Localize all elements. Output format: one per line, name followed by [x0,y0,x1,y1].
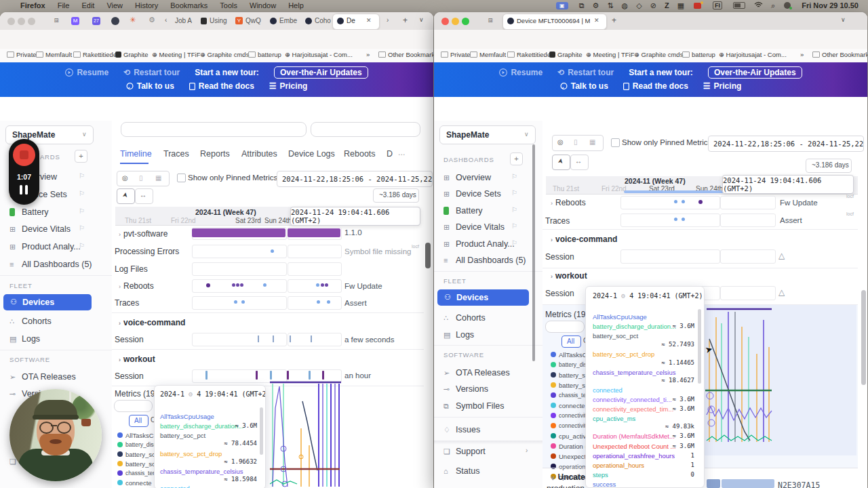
sidebar-item-logs[interactable]: Logs [456,330,474,340]
sidebar-item-devices[interactable]: ⚇ Devices [3,294,92,310]
pin-icon[interactable]: ⚐ [511,206,517,214]
show-pinned-label[interactable]: Show only Pinned Metrics [622,138,711,146]
browser-tab-2[interactable]: Using [210,17,227,24]
sidebar-item-device-vitals[interactable]: Device Vitals [456,222,505,232]
row-processing-errors[interactable]: Processing Errors [115,247,179,256]
trace-dot[interactable] [234,300,237,304]
window-scrollbar-thumb[interactable] [861,290,866,385]
row-session-voice[interactable]: Session [115,335,144,344]
plot-cell[interactable] [720,196,776,209]
bookmark-item[interactable]: Graphite [115,51,148,58]
active-tab-label[interactable]: De [347,17,355,24]
read-docs-link[interactable]: Read the docs [189,81,254,91]
plot-cell[interactable] [288,245,342,258]
maximize-window-button[interactable] [28,18,35,25]
session-bar[interactable] [287,371,289,380]
legend-item[interactable]: battery_sc [559,371,589,379]
scroll-tabs-left-icon[interactable]: ‹ [165,16,167,24]
sidebar-item-device-vitals[interactable]: Device Vitals [22,224,71,234]
bookmark-item[interactable]: Rakettitiede [73,51,117,58]
row-production[interactable]: production [547,484,585,488]
restart-tour-button[interactable]: ⟲Restart tour [123,68,180,77]
sidebar-scrollbar-thumb[interactable] [532,144,535,361]
talk-to-us-link[interactable]: Talk to us [126,81,174,91]
legend-item[interactable]: connecte [559,402,585,409]
date-range-input[interactable]: 2024-11-22,18:25:06 - 2024-11-25,22:5 [277,171,433,187]
active-tab-close-icon[interactable]: ✕ [366,17,372,24]
bookmark-item[interactable]: Other Bookmarks [378,51,433,58]
pin-icon[interactable]: ⚐ [511,239,517,247]
slash-icon[interactable]: ⊘ [650,1,656,10]
group-workout[interactable]: ›workout [119,354,155,364]
pin-icon[interactable]: ⚐ [79,224,85,232]
sidebar-item-support[interactable]: Support [456,447,486,456]
pinned-tab-gear-icon[interactable]: ⚙ [149,16,155,24]
browser-tab-3[interactable]: QwQ [245,17,261,24]
chevron-right-icon[interactable]: › [119,357,121,363]
reboot-dot[interactable] [240,283,243,287]
row-reboots[interactable]: ›Reboots [119,281,154,291]
sidebar-item-issues[interactable]: Issues [456,425,480,434]
legend-item[interactable]: connecte [125,479,152,487]
user-switch-icon[interactable] [784,2,791,9]
event-dot[interactable] [271,249,274,253]
tab-reboots[interactable]: Reboots [344,149,376,159]
zoom-app-icon[interactable]: Z [665,1,669,9]
sidebar-item-status[interactable]: Status [456,466,479,476]
session-bar[interactable] [205,371,208,380]
tab-device-logs[interactable]: Device Logs [288,149,335,159]
session-bar[interactable] [309,371,311,380]
bookmark-item[interactable]: batterup [248,51,281,58]
reboot-dot[interactable] [674,200,677,203]
legend-item[interactable]: AllTasksC [125,432,154,439]
metrics-chart[interactable] [270,381,343,488]
trace-dot[interactable] [327,300,330,304]
active-tab-close-icon[interactable]: ✕ [594,17,599,24]
tab-list-dropdown-icon[interactable]: ∨ [419,16,424,23]
selection-range-bar[interactable] [624,190,724,193]
window-scrollbar-thumb[interactable] [425,243,431,268]
pin-icon[interactable]: ⚐ [79,172,85,180]
menu-history[interactable]: History [135,1,158,9]
date-range-input[interactable]: 2024-11-22,18:25:06 - 2024-11-25,22:5 [708,136,864,152]
doc-view-icon[interactable]: ▯ [139,174,143,182]
reboot-dot[interactable] [236,283,239,287]
project-selector[interactable]: ShapeMate ∨ [439,125,536,144]
sidebar-item-battery[interactable]: Battery [456,206,483,216]
row-traces[interactable]: Traces [115,298,139,308]
group-voice-command[interactable]: ›voice-command [119,318,185,327]
sidebar-item-device-sets[interactable]: Device Sets [456,189,501,199]
pricing-link[interactable]: ☰Pricing [269,81,307,91]
pinned-tab-dark-icon[interactable] [111,17,119,25]
tab-timeline[interactable]: Timeline [120,149,152,159]
pan-tool-button[interactable]: ↔ [135,188,153,204]
new-tab-button[interactable]: + [612,16,616,25]
filter-all-button[interactable]: All [129,415,149,427]
screen-recording-icon[interactable]: ▣ [556,2,568,9]
close-window-button[interactable] [441,18,449,25]
tooltip-scrollbar[interactable] [260,407,263,455]
bookmark-item[interactable]: Memfault [470,51,506,58]
updown-icon[interactable]: ⇅ [607,1,613,10]
plot-cell[interactable] [192,296,287,310]
calendar-view-icon[interactable]: ▦ [155,174,161,182]
resume-tour-button[interactable]: Resume [499,68,542,77]
resume-tour-button[interactable]: Resume [65,68,108,77]
tab-overview-icon[interactable]: ⧈ [54,16,59,24]
reboot-dot[interactable] [316,283,319,287]
close-window-button[interactable] [7,18,15,25]
session-bar[interactable] [270,371,272,380]
diamond-icon[interactable]: ◇ [636,1,642,10]
reboot-dot[interactable] [232,283,235,287]
pause-recording-button[interactable] [18,184,31,195]
bookmark-item[interactable]: ⊕ Graphite cmds [634,51,683,58]
active-tab-label[interactable]: Device MFLT0000694 | Memfau [517,17,590,24]
privacy-lock-icon[interactable] [694,3,701,9]
plot-cell[interactable] [288,262,342,276]
maximize-window-button[interactable] [462,18,469,25]
session-tick[interactable] [311,336,312,342]
legend-item[interactable]: battery_sc [125,460,155,468]
select-tool-button[interactable]: ➤ [117,188,135,204]
minimize-window-button[interactable] [18,18,25,25]
legend-item[interactable]: chassis_ter [559,392,588,399]
